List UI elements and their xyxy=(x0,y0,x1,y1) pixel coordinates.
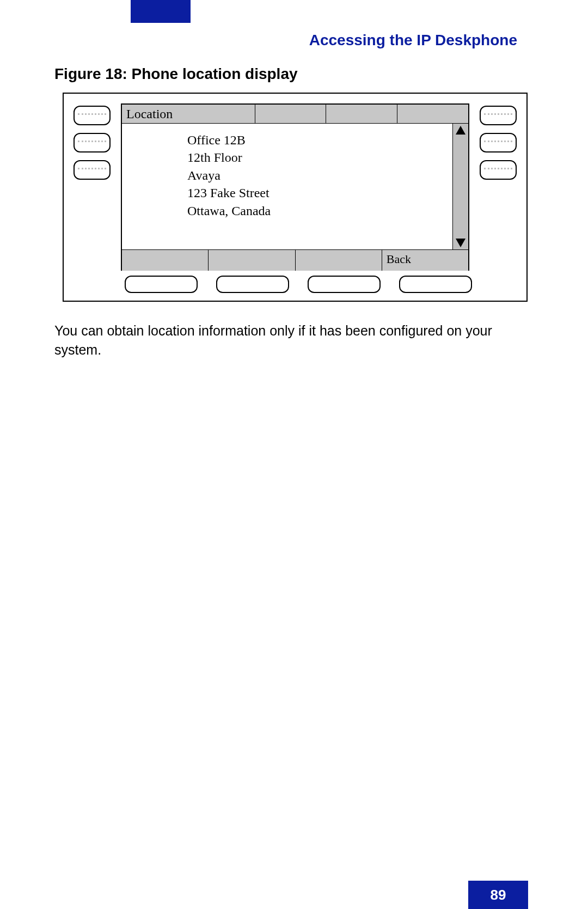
hard-softkey-button-2[interactable] xyxy=(216,276,289,293)
body-paragraph: You can obtain location information only… xyxy=(54,321,528,359)
lcd-title-cell-1: Location xyxy=(122,105,255,123)
section-header: Accessing the IP Deskphone xyxy=(309,32,517,49)
hard-button-left-1[interactable] xyxy=(74,106,111,125)
lcd-title-cell-2 xyxy=(255,105,327,123)
softkey-1[interactable] xyxy=(122,250,209,271)
lcd-body: Office 12B 12th Floor Avaya 123 Fake Str… xyxy=(122,124,468,249)
hard-softkey-button-1[interactable] xyxy=(125,276,198,293)
softkey-row: Back xyxy=(122,249,468,271)
hard-button-left-2[interactable] xyxy=(74,133,111,152)
lcd-title-cell-4 xyxy=(397,105,468,123)
hard-button-right-2[interactable] xyxy=(480,133,517,152)
scroll-down-icon[interactable] xyxy=(456,239,465,247)
figure-caption: Figure 18: Phone location display xyxy=(54,65,298,83)
figure-box: Location Office 12B 12th Floor Avaya 123… xyxy=(63,93,528,302)
page-number: 89 xyxy=(468,881,528,909)
scroll-up-icon[interactable] xyxy=(456,126,465,135)
location-line: Ottawa, Canada xyxy=(187,202,446,219)
location-line: Office 12B xyxy=(187,131,446,149)
hard-softkey-button-3[interactable] xyxy=(308,276,381,293)
scrollbar[interactable] xyxy=(452,124,468,249)
lcd-title-cell-3 xyxy=(326,105,397,123)
lcd-screen: Location Office 12B 12th Floor Avaya 123… xyxy=(121,103,469,271)
location-text: Office 12B 12th Floor Avaya 123 Fake Str… xyxy=(187,131,446,219)
softkey-back[interactable]: Back xyxy=(382,250,468,271)
softkey-2[interactable] xyxy=(209,250,295,271)
location-line: 12th Floor xyxy=(187,149,446,166)
hard-button-right-3[interactable] xyxy=(480,160,517,180)
hard-button-left-3[interactable] xyxy=(74,160,111,180)
location-line: 123 Fake Street xyxy=(187,184,446,202)
softkey-3[interactable] xyxy=(296,250,382,271)
lcd-titlebar: Location xyxy=(122,105,468,124)
hard-button-right-1[interactable] xyxy=(480,106,517,125)
hard-softkey-button-4[interactable] xyxy=(399,276,472,293)
location-line: Avaya xyxy=(187,167,446,184)
top-tab-marker xyxy=(131,0,191,23)
